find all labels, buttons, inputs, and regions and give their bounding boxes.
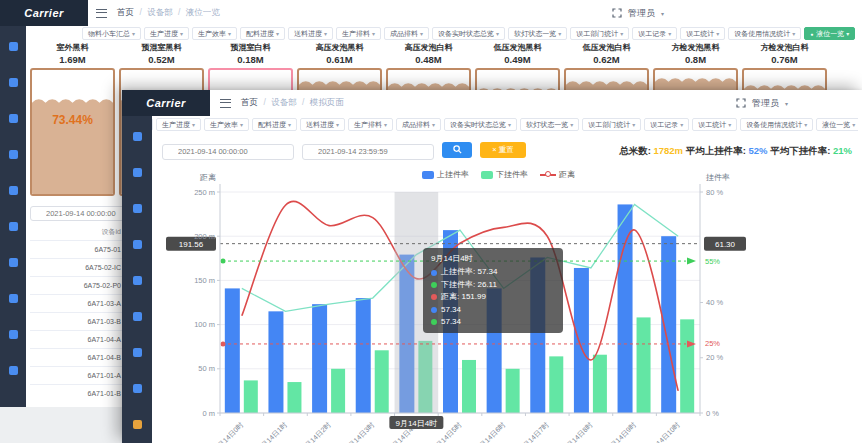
tab-误工记录[interactable]: 误工记录▾ — [632, 27, 677, 40]
sidebar-menu-icon[interactable] — [133, 276, 142, 285]
tab-误工统计[interactable]: 误工统计▾ — [680, 27, 725, 40]
sidebar-menu-icon[interactable] — [133, 312, 142, 321]
sidebar-menu-icon[interactable] — [133, 240, 142, 249]
sidebar-toggle-icon[interactable] — [220, 99, 231, 108]
tab-生产效率[interactable]: 生产效率▾ — [192, 27, 237, 40]
sidebar-menu-icon[interactable] — [9, 330, 18, 339]
tab-送料进度[interactable]: 送料进度▾ — [288, 27, 333, 40]
user-menu[interactable]: 管理员 — [628, 7, 655, 20]
chevron-down-icon: ▾ — [558, 30, 561, 37]
table-row[interactable]: 6A75-02-P0 — [30, 276, 123, 294]
table-row[interactable]: 6A71-03-B — [30, 312, 123, 330]
legend-item-距离[interactable]: 距离 — [540, 169, 575, 180]
start-time-input[interactable] — [162, 144, 294, 160]
chevron-down-icon: ▾ — [496, 30, 499, 37]
search-button[interactable] — [442, 142, 472, 158]
sidebar-menu-icon[interactable] — [133, 420, 142, 429]
hang-rate-distance-chart[interactable]: 上挂件率下挂件率距离 191.5661.3055%25%250 m200 m15… — [122, 168, 862, 443]
tab-液位一览[interactable]: ●液位一览▾ — [804, 27, 855, 40]
card-title: 方检发泡黑料 — [653, 42, 738, 53]
tab-物料小车汇总[interactable]: 物料小车汇总▾ — [82, 27, 141, 40]
svg-text:61.30: 61.30 — [715, 240, 736, 249]
sidebar-menu-icon[interactable] — [9, 78, 18, 87]
tab-设备使用情况统计[interactable]: 设备使用情况统计▾ — [728, 27, 801, 40]
reset-button[interactable]: × 重置 — [480, 142, 526, 158]
wave-top — [388, 80, 469, 88]
user-menu[interactable]: 管理员 — [752, 97, 779, 110]
tab-生产效率[interactable]: 生产效率▾ — [204, 118, 249, 131]
fullscreen-icon[interactable] — [736, 98, 746, 108]
tab-配料进度[interactable]: 配料进度▾ — [240, 27, 285, 40]
window-simulation-page: Carrier 首页 / 设备部 / 模拟页面 管理员 ▾ 物料小车汇总▾生产进… — [122, 90, 862, 443]
tab-成品排料[interactable]: 成品排料▾ — [384, 27, 429, 40]
tab-成品排料[interactable]: 成品排料▾ — [396, 118, 441, 131]
tab-误工记录[interactable]: 误工记录▾ — [644, 118, 689, 131]
tab-生产进度[interactable]: 生产进度▾ — [156, 118, 201, 131]
breadcrumb-separator: / — [178, 7, 180, 17]
table-row[interactable]: 6A71-01-A — [30, 366, 123, 384]
breadcrumb-home[interactable]: 首页 — [117, 7, 134, 17]
tab-物料小车汇总[interactable]: 物料小车汇总▾ — [152, 118, 153, 131]
sidebar-menu-icon[interactable] — [133, 132, 142, 141]
tab-设备实时状态总览[interactable]: 设备实时状态总览▾ — [444, 118, 517, 131]
screen: Carrier 首页 / 设备部 / 液位一览 管理员 ▾ 物料小车汇总▾生产进… — [0, 0, 862, 443]
tab-label: 送料进度 — [306, 120, 334, 130]
svg-text:9月14日7时: 9月14日7时 — [519, 421, 551, 443]
table-row[interactable]: 6A71-03-A — [30, 294, 123, 312]
sidebar-menu-icon[interactable] — [9, 150, 18, 159]
sidebar-menu-icon[interactable] — [9, 258, 18, 267]
tab-设备使用情况统计[interactable]: 设备使用情况统计▾ — [740, 118, 813, 131]
table-row[interactable]: 6A75-01 — [30, 240, 123, 258]
fullscreen-icon[interactable] — [612, 8, 622, 18]
sidebar-menu-icon[interactable] — [133, 384, 142, 393]
sidebar-menu-icon[interactable] — [9, 294, 18, 303]
sidebar-toggle-icon[interactable] — [96, 9, 107, 18]
chevron-down-icon: ▾ — [228, 30, 231, 37]
tab-液位一览[interactable]: 液位一览▾ — [816, 118, 858, 131]
table-row[interactable]: 6A75-02-IC — [30, 258, 123, 276]
tab-label: 生产排料 — [354, 120, 382, 130]
breadcrumb-dept[interactable]: 设备部 — [271, 97, 297, 107]
chevron-down-icon: ▾ — [846, 30, 849, 37]
legend-item-上挂件率[interactable]: 上挂件率 — [422, 169, 469, 180]
sidebar-menu-icon[interactable] — [9, 222, 18, 231]
wave-top — [32, 96, 113, 104]
avg-up-value: 52% — [749, 145, 768, 156]
tab-软灯状态一览[interactable]: 软灯状态一览▾ — [520, 118, 579, 131]
tab-误工部门统计[interactable]: 误工部门统计▾ — [582, 118, 641, 131]
sidebar-menu-icon[interactable] — [133, 168, 142, 177]
avg-up-label: 平均上挂件率: — [686, 145, 746, 156]
chevron-down-icon: ▾ — [276, 30, 279, 37]
tab-生产排料[interactable]: 生产排料▾ — [336, 27, 381, 40]
chevron-down-icon: ▾ — [632, 121, 635, 128]
tab-误工统计[interactable]: 误工统计▾ — [692, 118, 737, 131]
legend-item-下挂件率[interactable]: 下挂件率 — [481, 169, 528, 180]
breadcrumb-dept[interactable]: 设备部 — [147, 7, 173, 17]
tab-误工部门统计[interactable]: 误工部门统计▾ — [570, 27, 629, 40]
sidebar-menu-icon[interactable] — [9, 114, 18, 123]
table-row[interactable]: 6A71-04-B — [30, 348, 123, 366]
tab-软灯状态一览[interactable]: 软灯状态一览▾ — [508, 27, 567, 40]
chart-canvas[interactable]: 191.5661.3055%25%250 m200 m150 m100 m50 … — [122, 168, 862, 443]
table-row[interactable]: 6A71-04-A — [30, 330, 123, 348]
tab-生产进度[interactable]: 生产进度▾ — [144, 27, 189, 40]
chevron-down-icon: ▾ — [804, 121, 807, 128]
tab-送料进度[interactable]: 送料进度▾ — [300, 118, 345, 131]
chevron-down-icon: ▾ — [728, 121, 731, 128]
sidebar-menu-icon[interactable] — [9, 366, 18, 375]
tab-生产排料[interactable]: 生产排料▾ — [348, 118, 393, 131]
legend-swatch — [422, 171, 434, 179]
tab-配料进度[interactable]: 配料进度▾ — [252, 118, 297, 131]
end-time-input[interactable] — [302, 144, 434, 160]
total-meters-label: 总米数: — [619, 145, 651, 156]
sidebar-menu-icon[interactable] — [9, 186, 18, 195]
tab-label: 成品排料 — [402, 120, 430, 130]
table-row[interactable]: 6A71-01-B — [30, 384, 123, 402]
sidebar-menu-icon[interactable] — [133, 348, 142, 357]
sidebar-menu-icon[interactable] — [133, 204, 142, 213]
breadcrumb-home[interactable]: 首页 — [241, 97, 258, 107]
svg-text:9月14日4时: 9月14日4时 — [395, 419, 437, 428]
sidebar-menu-icon[interactable] — [9, 42, 18, 51]
tab-设备实时状态总览[interactable]: 设备实时状态总览▾ — [432, 27, 505, 40]
svg-text:191.56: 191.56 — [179, 240, 204, 249]
